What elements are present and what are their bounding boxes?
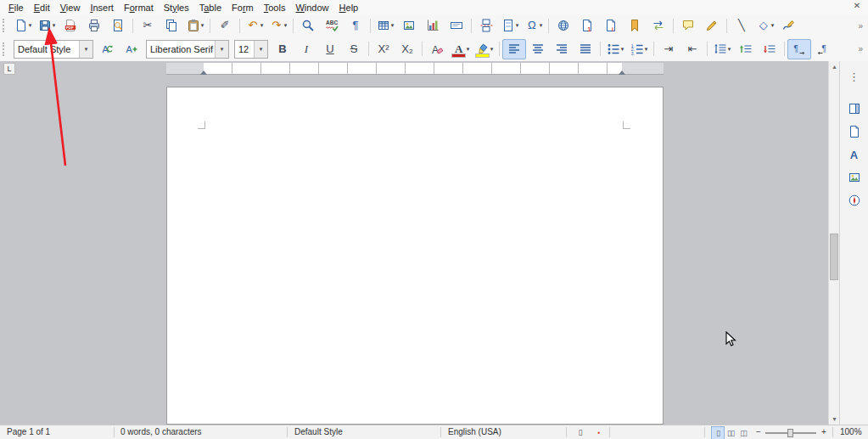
print-preview-button[interactable] [106,15,130,36]
paragraph-style-combobox[interactable]: Default Style ▾ [14,40,93,59]
bold-button[interactable]: B [271,39,294,59]
document-page[interactable] [166,87,664,425]
left-indent-marker[interactable] [200,70,207,75]
copy-button[interactable] [160,15,183,36]
scrollbar-thumb[interactable] [830,234,838,280]
dropdown-arrow-icon[interactable]: ▾ [728,46,731,53]
left-to-right-button[interactable] [787,39,811,59]
cut-button[interactable]: ✂ [136,15,160,36]
page-style-status[interactable]: Default Style [294,425,343,439]
ordered-list-button[interactable]: ▾ [627,39,651,59]
vertical-scrollbar[interactable]: ▲ ▼ [828,61,839,425]
language-status[interactable]: English (USA) [448,425,501,439]
align-right-button[interactable] [550,39,574,59]
menu-view[interactable]: View [55,2,86,14]
dropdown-arrow-icon[interactable]: ▾ [53,22,56,29]
toolbar-grip[interactable] [3,19,7,32]
zoom-level-status[interactable]: 100% [840,425,862,439]
insert-line-button[interactable]: ╲ [730,15,753,36]
menu-table[interactable]: Table [194,2,227,14]
dropdown-arrow-icon[interactable]: ▾ [260,22,264,29]
track-changes-button[interactable] [700,15,724,36]
dropdown-arrow-icon[interactable]: ▾ [490,46,494,53]
zoom-slider-handle[interactable] [787,429,793,437]
gallery-deck-button[interactable] [843,167,865,188]
properties-deck-button[interactable] [843,98,865,119]
print-button[interactable] [82,15,106,36]
insert-image-button[interactable] [397,15,421,36]
insert-special-character-button[interactable]: Ω▾ [522,15,546,36]
menu-form[interactable]: Form [227,2,259,14]
document-modified-icon[interactable]: ▪ [592,426,606,438]
zoom-out-button[interactable]: − [753,426,764,438]
insert-page-break-button[interactable] [474,15,498,36]
align-left-button[interactable] [502,39,526,59]
dropdown-arrow-icon[interactable]: ▾ [284,22,288,29]
align-justify-button[interactable] [574,39,597,59]
styles-deck-button[interactable]: A [843,144,865,165]
single-page-view-button[interactable]: ▯ [711,426,725,439]
right-indent-marker[interactable] [619,70,625,75]
sidebar-settings-button[interactable]: ⋮ [843,66,865,87]
line-spacing-button[interactable]: ▾ [710,39,734,59]
italic-button[interactable]: I [294,39,318,59]
find-replace-button[interactable] [296,15,320,36]
clear-formatting-button[interactable] [425,39,449,59]
close-document-icon[interactable]: ✕ [851,1,863,10]
insert-bookmark-button[interactable] [623,15,647,36]
dropdown-arrow-icon[interactable]: ▾ [467,46,470,53]
insert-text-box-button[interactable] [445,15,468,36]
navigator-deck-button[interactable] [843,190,865,211]
clone-formatting-button[interactable]: ✐ [213,15,237,36]
new-document-button[interactable]: ▾ [11,15,35,36]
toolbar-overflow-button[interactable]: » [858,21,863,31]
zoom-in-button[interactable]: + [819,426,829,438]
new-style-button[interactable] [120,39,143,59]
redo-button[interactable]: ↷▾ [266,15,290,36]
underline-button[interactable]: U [318,39,342,59]
dropdown-arrow-icon[interactable]: ▾ [771,22,775,29]
horizontal-ruler[interactable] [166,63,664,74]
dropdown-arrow-icon[interactable]: ▾ [621,46,624,53]
dropdown-arrow-icon[interactable]: ▾ [254,41,267,58]
menu-format[interactable]: Format [119,2,159,14]
decrease-indent-button[interactable]: ⇤ [680,39,704,59]
word-count-status[interactable]: 0 words, 0 characters [120,425,202,439]
basic-shapes-button[interactable]: ◇▾ [753,15,777,36]
paste-button[interactable]: ▾ [183,15,207,36]
toolbar-grip[interactable] [3,42,7,56]
insert-endnote-button[interactable] [599,15,623,36]
spelling-button[interactable] [320,15,344,36]
font-color-button[interactable]: A▾ [449,39,473,59]
multi-page-view-button[interactable]: ▯▯ [724,426,737,439]
unordered-list-button[interactable]: ▾ [603,39,627,59]
dropdown-arrow-icon[interactable]: ▾ [645,46,648,53]
dropdown-arrow-icon[interactable]: ▾ [201,22,204,29]
align-center-button[interactable] [526,39,550,59]
insert-comment-button[interactable] [676,15,700,36]
book-view-button[interactable]: ◫ [736,426,750,439]
increase-indent-button[interactable]: ⇥ [657,39,680,59]
dropdown-arrow-icon[interactable]: ▾ [215,41,228,58]
page-deck-button[interactable] [843,121,865,142]
subscript-button[interactable]: X₂ [395,39,419,59]
decrease-paragraph-spacing-button[interactable] [758,39,781,59]
menu-edit[interactable]: Edit [29,2,55,14]
show-draw-functions-button[interactable] [777,15,801,36]
page-number-status[interactable]: Page 1 of 1 [7,425,50,439]
zoom-slider[interactable] [765,432,816,434]
toolbar-overflow-button[interactable]: » [858,44,863,53]
font-size-combobox[interactable]: 12 ▾ [234,40,268,59]
formatting-marks-button[interactable]: ¶ [344,15,367,36]
insert-field-button[interactable]: ▾ [498,15,522,36]
update-style-button[interactable] [96,39,120,59]
dropdown-arrow-icon[interactable]: ▾ [79,41,92,58]
menu-window[interactable]: Window [290,2,333,14]
superscript-button[interactable]: X² [372,39,395,59]
undo-button[interactable]: ↶▾ [243,15,266,36]
highlight-color-button[interactable]: ▾ [473,39,496,59]
font-name-combobox[interactable]: Liberation Serif ▾ [146,40,229,59]
save-button[interactable]: ▾ [35,15,59,36]
strikethrough-button[interactable]: S [342,39,366,59]
insert-footnote-button[interactable] [575,15,599,36]
